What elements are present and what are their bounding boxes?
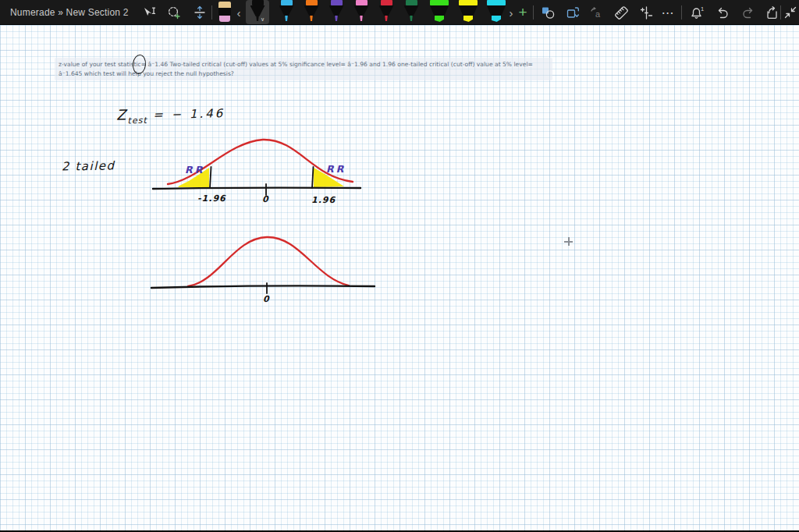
pink-marker-pen[interactable] <box>353 0 369 23</box>
pens-scroll-right-button[interactable]: › <box>506 0 516 25</box>
pen-cone <box>304 5 319 16</box>
redo-button[interactable] <box>738 0 757 25</box>
pen-cone <box>279 5 294 16</box>
toolbar-divider <box>533 5 534 20</box>
insert-space-icon <box>193 5 207 20</box>
green-marker-pen[interactable] <box>403 0 419 23</box>
whiteboard-app: Numerade » New Section 2 <box>0 0 799 532</box>
pen-tip <box>310 16 314 21</box>
toolbar-divider <box>681 5 682 20</box>
pen-tip <box>385 16 389 21</box>
cyan-highlighter-pen[interactable] <box>486 0 506 23</box>
rr-label-right: RR <box>326 163 346 175</box>
pen-cap <box>252 0 264 5</box>
tick-label-zero-2: 0 <box>263 294 270 304</box>
red-marker-pen[interactable] <box>378 0 394 23</box>
select-tool-button[interactable] <box>141 0 157 25</box>
undo-button[interactable] <box>713 0 732 25</box>
tick-label-neg196: -1.96 <box>197 193 226 204</box>
chevron-left-icon: ‹ <box>237 6 241 20</box>
toolbar-divider <box>211 5 212 20</box>
undo-icon <box>716 5 730 20</box>
cyan-marker-pen[interactable] <box>279 0 294 23</box>
math-adjust-icon <box>639 5 654 20</box>
pen-options-chevron[interactable]: ∨ <box>261 16 265 23</box>
add-pen-button[interactable]: + <box>517 0 529 25</box>
pen-cap <box>406 0 417 5</box>
screen-clip-button[interactable] <box>564 0 581 25</box>
shapes-icon <box>541 5 556 20</box>
math-assist-button[interactable] <box>637 0 655 25</box>
pen-tip <box>256 16 260 21</box>
tick-label-pos196: 1.96 <box>311 195 336 205</box>
pen-cone <box>487 5 506 16</box>
ruler-icon <box>614 5 629 20</box>
chevron-right-icon: › <box>510 6 513 20</box>
pen-cursor-crosshair <box>564 237 573 246</box>
purple-marker-pen[interactable] <box>328 0 344 23</box>
pen-cap <box>281 0 293 5</box>
eraser-top <box>218 2 231 8</box>
axis-1 <box>153 188 360 189</box>
pen-cone <box>354 5 369 16</box>
ruler-tool-button[interactable] <box>613 0 630 25</box>
collapse-toolbar-button[interactable] <box>783 0 798 25</box>
select-cursor-icon <box>142 5 156 20</box>
green-highlighter-pen[interactable] <box>429 0 449 23</box>
pen-tip <box>410 16 414 21</box>
orange-marker-pen[interactable] <box>304 0 319 23</box>
pen-cap <box>356 0 368 5</box>
ink-layer <box>0 25 799 530</box>
clip-duplicate-icon <box>566 5 581 20</box>
ink-to-text-icon: a <box>589 5 604 20</box>
normal-curve-2 <box>188 237 349 286</box>
eraser-bottom <box>219 16 230 22</box>
plus-icon: + <box>518 4 527 21</box>
pen-cap <box>331 0 343 5</box>
top-toolbar: Numerade » New Section 2 <box>0 0 799 25</box>
ink-to-text-button[interactable]: a <box>588 0 605 25</box>
drawing-canvas[interactable]: z-value of your test statistic= â⁻1.46 T… <box>0 25 799 530</box>
pen-cap <box>459 0 478 5</box>
right-cutoff-line <box>312 167 314 188</box>
pen-tip <box>463 16 473 22</box>
yellow-highlighter-pen[interactable] <box>458 0 478 23</box>
eraser-body <box>218 8 231 16</box>
pen-cone <box>379 5 394 16</box>
pen-cone <box>430 5 449 16</box>
pen-cap <box>306 0 318 5</box>
toolbar-divider <box>780 5 781 20</box>
tick-label-zero-1: 0 <box>262 194 269 204</box>
pen-cap <box>487 0 506 5</box>
shapes-tool-button[interactable] <box>539 0 556 25</box>
lasso-select-button[interactable] <box>166 0 182 25</box>
collapse-arrows-icon <box>783 5 797 20</box>
pen-cone <box>329 5 344 16</box>
pen-cone <box>250 5 265 16</box>
pen-tip <box>492 16 501 22</box>
notification-badge: 1 <box>701 5 704 12</box>
more-options-button[interactable]: ⋯ <box>659 0 676 25</box>
redo-icon <box>740 5 755 20</box>
pen-cap <box>381 0 392 5</box>
pen-tip <box>285 16 289 21</box>
pen-cap <box>430 0 449 5</box>
pen-tip <box>435 16 444 22</box>
notifications-button[interactable]: 1 <box>688 0 707 25</box>
pen-cone <box>404 5 419 16</box>
bell-icon: 1 <box>690 5 706 20</box>
pens-scroll-left-button[interactable]: ‹ <box>234 0 243 25</box>
breadcrumb[interactable]: Numerade » New Section 2 <box>10 7 129 18</box>
pen-tip <box>360 16 364 21</box>
lasso-select-icon <box>167 5 182 20</box>
pen-tip <box>335 16 339 21</box>
left-cutoff-line <box>210 167 211 188</box>
eraser-tool[interactable] <box>218 2 231 22</box>
share-icon <box>764 5 779 20</box>
letter-a: a <box>595 9 601 19</box>
share-button[interactable] <box>762 0 780 25</box>
axis-2 <box>151 286 375 288</box>
rr-label-left: RR <box>185 164 204 176</box>
pen-cone <box>459 5 478 16</box>
insert-space-button[interactable] <box>192 0 208 25</box>
